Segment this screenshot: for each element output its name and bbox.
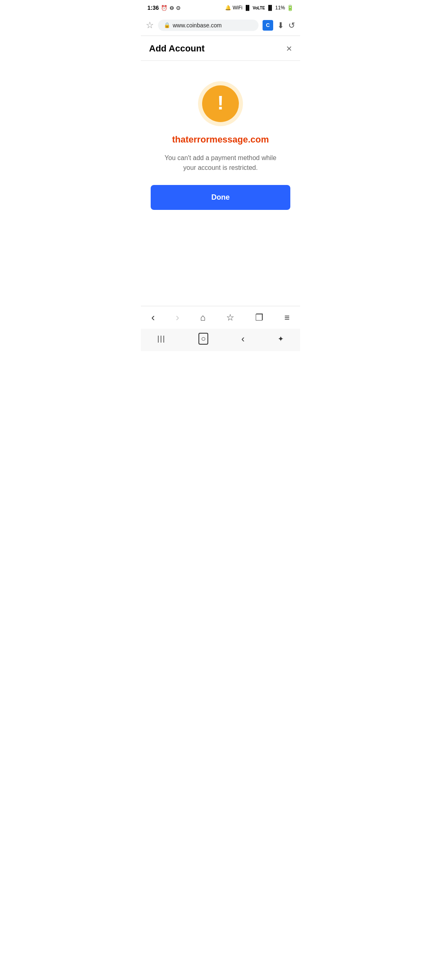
page-title: Add Account	[149, 43, 205, 54]
forward-button[interactable]: ›	[176, 311, 179, 324]
status-bar: 1:36 ⏰ ⊖ ⊙ 🔔 WiFi ▐▌ VoLTE ▐▌ 11% 🔋	[141, 0, 300, 15]
tabs-button[interactable]: ❐	[255, 312, 263, 323]
time-display: 1:36	[147, 4, 159, 11]
error-message: You can't add a payment method while you…	[159, 153, 282, 173]
close-button[interactable]: ×	[286, 44, 292, 53]
main-content: ! thaterrormessage.com You can't add a p…	[141, 61, 300, 306]
url-text: www.coinbase.com	[173, 22, 253, 29]
status-time-area: 1:36 ⏰ ⊖ ⊙	[147, 4, 180, 11]
done-button[interactable]: Done	[151, 185, 290, 210]
bookmarks-button[interactable]: ☆	[226, 312, 234, 323]
alarm-icon: ⏰	[161, 5, 167, 11]
page-header: Add Account ×	[141, 36, 300, 61]
recents-button[interactable]: |||	[157, 334, 165, 343]
warning-icon-inner: !	[202, 85, 239, 122]
browser-bar: ☆ 🔒 www.coinbase.com C ⬇ ↺	[141, 15, 300, 36]
refresh-icon[interactable]: ↺	[288, 20, 295, 30]
watermark-text: thaterrormessage.com	[172, 134, 269, 145]
battery-level: 11%	[275, 5, 285, 11]
browser-actions: ⬇ ↺	[277, 20, 295, 30]
menu-button[interactable]: ≡	[285, 312, 290, 323]
lock-icon: 🔒	[164, 22, 170, 28]
signal-icon: ▐▌	[244, 5, 251, 11]
assist-button[interactable]: ✦	[278, 334, 284, 343]
exclamation-icon: !	[217, 93, 224, 113]
home-button[interactable]: ⌂	[200, 312, 205, 323]
back-button[interactable]: ‹	[151, 311, 155, 324]
system-back-button[interactable]: ‹	[241, 333, 245, 345]
bottom-nav: ‹ › ⌂ ☆ ❐ ≡ ||| ○ ‹ ✦	[141, 306, 300, 351]
shield-icon: ⊙	[176, 5, 180, 11]
download-icon[interactable]: ⬇	[277, 20, 284, 30]
warning-icon-wrapper: !	[198, 81, 243, 126]
status-right-area: 🔔 WiFi ▐▌ VoLTE ▐▌ 11% 🔋	[225, 4, 294, 11]
system-home-button[interactable]: ○	[198, 333, 208, 345]
system-nav-row: ||| ○ ‹ ✦	[141, 329, 300, 351]
alarm-indicator: 🔔	[225, 5, 231, 11]
wifi-icon: WiFi	[233, 5, 243, 11]
dnd-icon: ⊖	[169, 5, 174, 11]
browser-nav-row: ‹ › ⌂ ☆ ❐ ≡	[141, 306, 300, 329]
tab-badge[interactable]: C	[263, 20, 273, 31]
battery-icon: 🔋	[287, 4, 294, 11]
browser-star-icon[interactable]: ☆	[146, 20, 154, 31]
url-bar[interactable]: 🔒 www.coinbase.com	[158, 20, 258, 31]
signal-bars: ▐▌	[267, 5, 274, 11]
lte-label: VoLTE	[253, 6, 265, 10]
